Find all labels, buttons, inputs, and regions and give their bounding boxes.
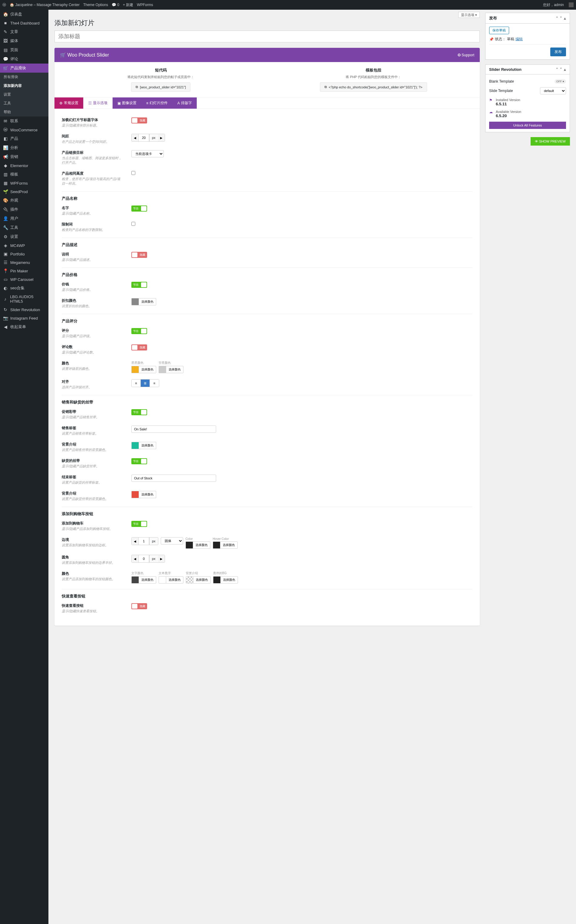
border-input[interactable] bbox=[138, 537, 149, 545]
swatch-btn-text[interactable] bbox=[131, 576, 139, 583]
input-sale-label[interactable] bbox=[131, 425, 216, 433]
pick-border-hover[interactable]: 选择颜色 bbox=[220, 542, 238, 549]
up-icon[interactable]: ˄ bbox=[556, 67, 558, 72]
sidebar-item-12[interactable]: ◆Elementor bbox=[0, 161, 48, 170]
sidebar-item-10[interactable]: 📊分析 bbox=[0, 143, 48, 152]
sidebar-item-6[interactable]: 🛒产品滑块 bbox=[0, 64, 48, 73]
pick-btn-bg[interactable]: 选择颜色 bbox=[193, 576, 211, 583]
wpforms-link[interactable]: WPForms bbox=[137, 3, 153, 7]
comments-link[interactable]: 💬 0 bbox=[112, 3, 119, 7]
swatch-star[interactable] bbox=[131, 366, 139, 373]
pick-btn-bg-hover[interactable]: 选择颜色 bbox=[220, 576, 238, 583]
sidebar-item-26[interactable]: ◐seo合集 bbox=[0, 284, 48, 293]
greeting-link[interactable]: 您好，admin bbox=[543, 2, 564, 8]
gap-input[interactable] bbox=[138, 134, 149, 141]
swatch-border[interactable] bbox=[186, 542, 193, 549]
pick-oos-bg[interactable]: 选择颜色 bbox=[139, 491, 156, 498]
sidebar-item-19[interactable]: 🔧工具 bbox=[0, 223, 48, 232]
radius-incr[interactable]: ▶ bbox=[158, 555, 165, 562]
sidebar-item-9[interactable]: ◧产品 bbox=[0, 134, 48, 143]
theme-options-link[interactable]: Theme Options bbox=[83, 3, 108, 7]
radius-input[interactable] bbox=[138, 555, 149, 562]
pick-sale-bg[interactable]: 选择颜色 bbox=[139, 442, 156, 449]
sidebar-item-13[interactable]: ▥模板 bbox=[0, 170, 48, 179]
swatch-empty-star[interactable] bbox=[158, 366, 166, 373]
checkbox-same-height[interactable] bbox=[131, 171, 135, 175]
border-style[interactable]: 固体 bbox=[161, 537, 183, 545]
avatar[interactable] bbox=[569, 2, 574, 7]
screen-options-toggle[interactable]: 显示选项 ▾ bbox=[458, 12, 480, 18]
toggle-rating[interactable]: 节目 bbox=[131, 328, 147, 334]
toggle-sale-ribbon[interactable]: 节目 bbox=[131, 409, 147, 415]
submenu-item-4[interactable]: 帮助 bbox=[0, 108, 48, 117]
swatch-btn-bg[interactable] bbox=[186, 576, 193, 583]
tab-typo[interactable]: A 排版字 bbox=[173, 98, 197, 109]
swatch-sale-bg[interactable] bbox=[131, 442, 139, 449]
sidebar-item-0[interactable]: 🏠仪表盘 bbox=[0, 10, 48, 19]
submenu-item-3[interactable]: 工具 bbox=[0, 99, 48, 108]
sidebar-item-8[interactable]: ⓦWooCommerce bbox=[0, 126, 48, 134]
down-icon[interactable]: ˅ bbox=[560, 67, 562, 72]
sidebar-item-1[interactable]: ■The4 Dashboard bbox=[0, 19, 48, 27]
toggle-review-count[interactable]: 隐藏 bbox=[131, 344, 147, 350]
pick-empty-star[interactable]: 选择颜色 bbox=[166, 366, 183, 373]
tab-controls[interactable]: ≡ 幻灯片控件 bbox=[141, 98, 173, 109]
sidebar-item-11[interactable]: 📢营销 bbox=[0, 152, 48, 161]
sidebar-item-22[interactable]: ▣Portfolio bbox=[0, 250, 48, 258]
sidebar-item-18[interactable]: 👤用户 bbox=[0, 214, 48, 223]
sidebar-item-21[interactable]: ◈MC4WP bbox=[0, 241, 48, 250]
new-link[interactable]: + 新建 bbox=[123, 2, 133, 8]
swatch-btn-text-hover[interactable] bbox=[158, 576, 166, 583]
tab-display[interactable]: ☷ 显示选项 bbox=[83, 98, 113, 109]
gap-incr[interactable]: ▶ bbox=[158, 134, 165, 141]
sidebar-item-14[interactable]: ▦WPForms bbox=[0, 179, 48, 187]
pick-discount[interactable]: 选择颜色 bbox=[139, 298, 156, 305]
checkbox-limit[interactable] bbox=[131, 222, 135, 226]
gap-decr[interactable]: ◀ bbox=[132, 134, 138, 141]
blank-template-toggle[interactable]: OFF ● bbox=[555, 79, 566, 83]
submenu-item-1[interactable]: 添加新内容 bbox=[0, 82, 48, 90]
input-oos-label[interactable] bbox=[131, 475, 216, 482]
toggle-add-cart[interactable]: 节目 bbox=[131, 521, 147, 527]
toggle-desc[interactable]: 隐藏 bbox=[131, 252, 147, 258]
toggle-section-title[interactable]: 隐藏 bbox=[131, 117, 147, 123]
sidebar-item-20[interactable]: ⚙设置 bbox=[0, 232, 48, 241]
wp-logo-icon[interactable]: ⓦ bbox=[2, 2, 6, 8]
submenu-item-2[interactable]: 设置 bbox=[0, 90, 48, 99]
swatch-btn-bg-hover[interactable] bbox=[213, 576, 220, 583]
sidebar-item-30[interactable]: ◀收起菜单 bbox=[0, 322, 48, 331]
sidebar-item-16[interactable]: 🎨外观 bbox=[0, 196, 48, 205]
border-decr[interactable]: ◀ bbox=[132, 537, 138, 545]
toggle-oos-ribbon[interactable]: 节目 bbox=[131, 458, 147, 464]
down-icon[interactable]: ˅ bbox=[560, 16, 562, 21]
tab-image[interactable]: ▣ 图像设置 bbox=[113, 98, 141, 109]
select-link-target[interactable]: 当前选项卡 bbox=[131, 150, 164, 157]
edit-status-link[interactable]: 编辑 bbox=[515, 37, 523, 42]
swatch-discount[interactable] bbox=[131, 298, 139, 305]
show-preview-button[interactable]: 👁 SHOW PREVIEW bbox=[531, 137, 570, 145]
shortcode-copy[interactable]: ⧉ [woo_product_slider id="1021"] bbox=[131, 82, 190, 92]
toggle-icon[interactable]: ▴ bbox=[564, 67, 566, 72]
tab-general[interactable]: ⚙ 常规设置 bbox=[54, 98, 83, 109]
sidebar-item-27[interactable]: ♪LBG AUDIO5 HTML5 bbox=[0, 293, 48, 305]
align-right[interactable]: ≡ bbox=[150, 379, 159, 387]
radius-decr[interactable]: ◀ bbox=[132, 555, 138, 562]
sidebar-item-17[interactable]: 🔌插件 bbox=[0, 205, 48, 214]
pick-btn-text[interactable]: 选择颜色 bbox=[139, 576, 156, 583]
save-draft-button[interactable]: 保存草稿 bbox=[489, 27, 509, 34]
sidebar-item-23[interactable]: ☰Megamenu bbox=[0, 258, 48, 267]
sidebar-item-3[interactable]: 🖼媒体 bbox=[0, 36, 48, 45]
unlock-button[interactable]: Unlock All Features bbox=[489, 121, 566, 129]
sidebar-item-15[interactable]: 🌱SeedProd bbox=[0, 187, 48, 196]
swatch-oos-bg[interactable] bbox=[131, 491, 139, 498]
publish-button[interactable]: 发布 bbox=[550, 48, 566, 56]
pick-star[interactable]: 选择颜色 bbox=[139, 366, 156, 373]
post-title-input[interactable] bbox=[54, 30, 480, 42]
align-left[interactable]: ≡ bbox=[132, 379, 141, 387]
template-copy[interactable]: ⧉ <?php echo do_shortcode('[woo_product_… bbox=[320, 82, 427, 92]
toggle-icon[interactable]: ▴ bbox=[564, 16, 566, 21]
align-center[interactable]: ≣ bbox=[141, 379, 150, 387]
toggle-price[interactable]: 节目 bbox=[131, 282, 147, 288]
sidebar-item-24[interactable]: 📍Pin Maker bbox=[0, 267, 48, 275]
sidebar-item-5[interactable]: 💬评论 bbox=[0, 54, 48, 64]
